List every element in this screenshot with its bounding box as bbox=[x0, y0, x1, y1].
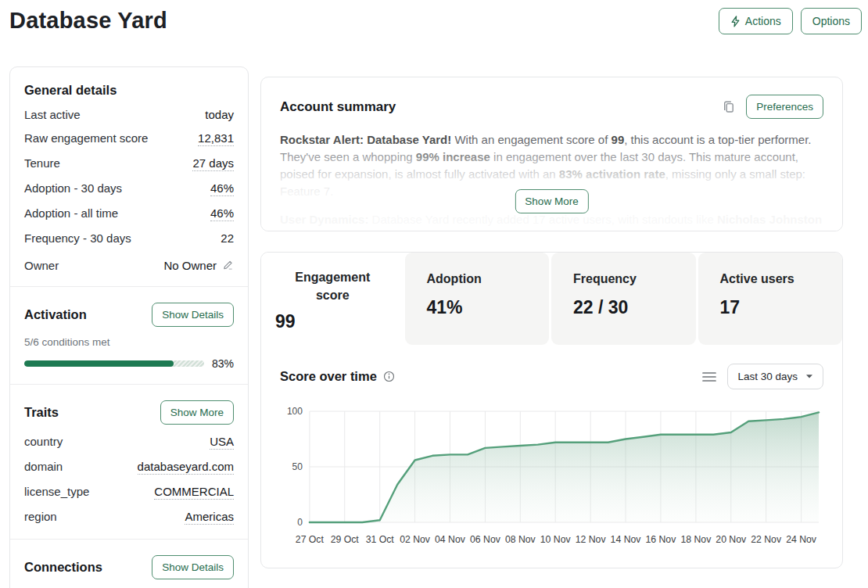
copy-icon[interactable] bbox=[723, 100, 735, 113]
owner-value: No Owner bbox=[163, 259, 217, 272]
main-column: Account summary Preferences Rockstar Ale… bbox=[260, 66, 843, 568]
detail-value[interactable]: 46% bbox=[210, 181, 234, 196]
traits-title: Traits bbox=[24, 405, 59, 420]
tab-engagement-score[interactable]: Engagement score 99 bbox=[261, 253, 403, 345]
header-actions: Actions Options bbox=[719, 6, 862, 34]
trait-label: country bbox=[24, 435, 63, 448]
detail-value: today bbox=[205, 108, 234, 121]
svg-text:29 Oct: 29 Oct bbox=[331, 534, 360, 545]
tab-label: Adoption bbox=[427, 270, 542, 288]
activation-percent: 83% bbox=[212, 357, 234, 370]
chart-menu-icon[interactable] bbox=[702, 371, 716, 382]
edit-owner-icon[interactable] bbox=[222, 260, 234, 271]
trait-value[interactable]: databaseyard.com bbox=[138, 460, 234, 475]
svg-text:0: 0 bbox=[297, 517, 303, 528]
trait-row: country USA bbox=[24, 435, 234, 450]
account-summary-title: Account summary bbox=[280, 99, 396, 115]
summary-show-more-button[interactable]: Show More bbox=[515, 189, 588, 213]
detail-value[interactable]: 12,831 bbox=[198, 131, 234, 146]
score-chart: 27 Oct29 Oct31 Oct02 Nov04 Nov06 Nov08 N… bbox=[274, 399, 830, 554]
svg-text:04 Nov: 04 Nov bbox=[435, 534, 466, 545]
general-details-title: General details bbox=[24, 83, 234, 98]
chart-title: Score over time bbox=[280, 369, 377, 384]
summary-paragraph-2: User Dynamics: Database Yard recently ad… bbox=[280, 211, 823, 228]
trait-label: domain bbox=[24, 460, 63, 473]
tab-label: Frequency bbox=[573, 270, 688, 288]
preferences-button[interactable]: Preferences bbox=[746, 95, 823, 119]
tab-value: 22 / 30 bbox=[573, 297, 688, 318]
chevron-down-icon bbox=[805, 374, 813, 379]
svg-text:100: 100 bbox=[287, 406, 303, 417]
detail-row: Adoption - all time 46% bbox=[24, 206, 234, 221]
tab-value: 41% bbox=[427, 297, 542, 318]
actions-button[interactable]: Actions bbox=[719, 8, 793, 34]
svg-text:16 Nov: 16 Nov bbox=[645, 534, 676, 545]
tab-frequency[interactable]: Frequency 22 / 30 bbox=[551, 253, 696, 345]
detail-value[interactable]: 27 days bbox=[192, 156, 234, 171]
info-icon[interactable] bbox=[383, 371, 395, 382]
activation-progress-bar bbox=[24, 360, 204, 367]
tab-active-users[interactable]: Active users 17 bbox=[698, 253, 843, 345]
svg-text:06 Nov: 06 Nov bbox=[470, 534, 501, 545]
date-range-dropdown[interactable]: Last 30 days bbox=[727, 364, 823, 389]
svg-text:12 Nov: 12 Nov bbox=[576, 534, 607, 545]
trait-value[interactable]: COMMERCIAL bbox=[154, 485, 234, 500]
trait-value[interactable]: Americas bbox=[185, 510, 234, 525]
connections-show-details-button[interactable]: Show Details bbox=[152, 555, 234, 579]
detail-label: Frequency - 30 days bbox=[24, 231, 131, 245]
tab-value: 99 bbox=[275, 311, 390, 332]
detail-row: Raw engagement score 12,831 bbox=[24, 131, 234, 146]
trait-row: domain databaseyard.com bbox=[24, 460, 234, 475]
trait-label: license_type bbox=[24, 485, 89, 498]
detail-row: Tenure 27 days bbox=[24, 156, 234, 171]
svg-text:50: 50 bbox=[292, 461, 303, 472]
tab-adoption[interactable]: Adoption 41% bbox=[405, 253, 550, 345]
tab-label: Active users bbox=[720, 270, 835, 288]
activation-section: Activation Show Details 5/6 conditions m… bbox=[10, 287, 248, 384]
tab-value: 17 bbox=[720, 297, 835, 318]
svg-text:24 Nov: 24 Nov bbox=[786, 534, 817, 545]
page-header: Database Yard Actions Options bbox=[0, 0, 868, 66]
page-title: Database Yard bbox=[9, 6, 167, 34]
chart-area: 27 Oct29 Oct31 Oct02 Nov04 Nov06 Nov08 N… bbox=[261, 394, 842, 563]
options-button[interactable]: Options bbox=[801, 8, 862, 34]
actions-button-label: Actions bbox=[745, 15, 781, 27]
options-button-label: Options bbox=[812, 15, 850, 27]
detail-label: Raw engagement score bbox=[24, 131, 148, 145]
detail-label: Adoption - 30 days bbox=[24, 181, 122, 195]
detail-label: Tenure bbox=[24, 156, 60, 170]
svg-text:02 Nov: 02 Nov bbox=[400, 534, 431, 545]
general-details-section: General details Last active today Raw en… bbox=[10, 67, 248, 286]
activation-title: Activation bbox=[24, 307, 87, 322]
detail-value[interactable]: 46% bbox=[210, 206, 234, 221]
chart-header: Score over time Last 30 days bbox=[261, 345, 842, 394]
connections-title: Connections bbox=[24, 560, 102, 575]
owner-label: Owner bbox=[24, 259, 59, 272]
svg-text:14 Nov: 14 Nov bbox=[611, 534, 642, 545]
trait-row: license_type COMMERCIAL bbox=[24, 485, 234, 500]
trait-value[interactable]: USA bbox=[210, 435, 234, 450]
traits-section: Traits Show More country USA domain data… bbox=[10, 385, 248, 539]
svg-text:10 Nov: 10 Nov bbox=[540, 534, 572, 545]
trait-label: region bbox=[24, 510, 57, 523]
activation-show-details-button[interactable]: Show Details bbox=[152, 303, 234, 327]
sidebar: General details Last active today Raw en… bbox=[9, 66, 249, 588]
activation-progress-fill bbox=[24, 360, 174, 367]
svg-text:27 Oct: 27 Oct bbox=[296, 534, 325, 545]
traits-show-more-button[interactable]: Show More bbox=[160, 400, 234, 425]
detail-row: Last active today bbox=[24, 108, 234, 121]
tab-label: Engagement score bbox=[275, 268, 390, 304]
account-summary-card: Account summary Preferences Rockstar Ale… bbox=[260, 77, 843, 231]
svg-text:31 Oct: 31 Oct bbox=[366, 534, 395, 545]
connections-section: Connections Show Details bbox=[10, 540, 248, 588]
svg-text:18 Nov: 18 Nov bbox=[680, 534, 712, 545]
detail-value: 22 bbox=[221, 231, 234, 245]
svg-text:08 Nov: 08 Nov bbox=[505, 534, 536, 545]
trait-row: region Americas bbox=[24, 510, 234, 525]
account-summary-text: Rockstar Alert: Database Yard! With an e… bbox=[280, 131, 823, 228]
detail-row: Adoption - 30 days 46% bbox=[24, 181, 234, 196]
date-range-value: Last 30 days bbox=[737, 371, 798, 382]
activation-conditions: 5/6 conditions met bbox=[24, 336, 234, 348]
owner-row: Owner No Owner bbox=[24, 259, 234, 272]
detail-row: Frequency - 30 days 22 bbox=[24, 231, 234, 245]
